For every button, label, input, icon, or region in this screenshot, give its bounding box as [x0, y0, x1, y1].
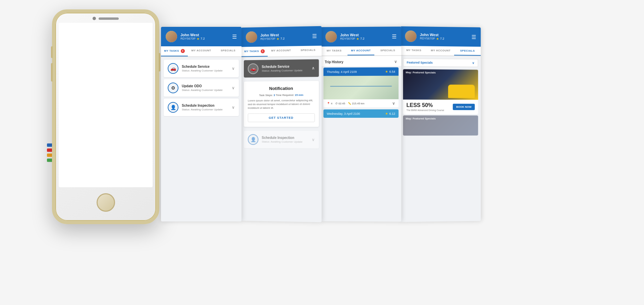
phone-body: [52, 9, 159, 224]
chevron-icon-2: ∨: [232, 86, 235, 90]
trip-rating-1: ★ 6.54: [385, 70, 395, 73]
tab-specials-2[interactable]: SPECIALS: [294, 46, 322, 56]
user-rating-2: RDY5670P ★ 7.2: [260, 36, 309, 41]
star-icon-3: ★: [356, 37, 359, 41]
trip-map-1: [323, 76, 398, 100]
avatar: [166, 31, 177, 42]
trip-expand-icon[interactable]: ∨: [392, 101, 395, 106]
task-status-inspection: Status: Awaiting Customer Update: [182, 108, 228, 111]
special-card-2[interactable]: May: Featured Specials: [403, 115, 478, 136]
get-started-button[interactable]: GET STARTED: [248, 113, 315, 122]
tab-my-tasks-2[interactable]: MY TASKS 3: [241, 47, 268, 57]
user-info-2: John West RDY5670P ★ 7.2: [260, 32, 309, 41]
panel-specials: John West RDY5670P ★ 7.2 ☰ MY TASKS MY A…: [400, 26, 481, 222]
trip-item-1[interactable]: Thursday, 4 April 2109 ★ 6.54 📍 4 ⏱ 02:4…: [323, 67, 398, 108]
menu-icon-3[interactable]: ☰: [392, 33, 396, 40]
menu-icon[interactable]: ☰: [232, 34, 237, 40]
chevron-icon-3: ∨: [232, 105, 235, 110]
rating-value-4: 7.2: [440, 37, 444, 40]
task-title-expanded: Schedule Service: [262, 64, 308, 69]
task-status-expanded: Status: Awaiting Customer Update: [262, 69, 308, 72]
panel-header-3: John West RDY5670P ★ 7.2 ☰: [321, 27, 401, 46]
task-info-inspection: Schedule Inspection Status: Awaiting Cus…: [182, 104, 228, 111]
rating-value: 7.2: [201, 37, 205, 40]
trip-rating-value-1: 6.54: [389, 70, 395, 73]
task-card-schedule-inspection[interactable]: 👤 Schedule Inspection Status: Awaiting C…: [164, 99, 239, 116]
menu-icon-2[interactable]: ☰: [312, 33, 317, 39]
trip-item-2[interactable]: Wednesday, 3 April 2100 ★ 6.12: [323, 109, 398, 118]
menu-icon-4[interactable]: ☰: [472, 34, 476, 40]
special-content-1: LESS 50% The BMW Advanced Driving Course…: [403, 100, 478, 114]
phone-side-button-left-bottom: [51, 63, 53, 82]
rating-value-3: 7.2: [360, 37, 365, 40]
task-title-odo: Update ODO: [182, 84, 228, 88]
panel-notification: John West RDY5670P ★ 7.2 ☰ MY TASKS 3 MY…: [241, 26, 322, 222]
tab-specials-3[interactable]: SPECIALS: [374, 46, 401, 55]
phone-camera: [93, 17, 96, 20]
special-image-2: May: Featured Specials: [403, 115, 478, 136]
special-card-1[interactable]: May: Featured Specials LESS 50% The BMW …: [403, 69, 478, 114]
car-shape: [448, 85, 475, 98]
trip-rating-2: ★ 6.12: [385, 112, 395, 115]
task-card-expanded[interactable]: 🚗 Schedule Service Status: Awaiting Cust…: [244, 59, 319, 78]
tab-my-tasks-3[interactable]: MY TASKS: [321, 46, 347, 55]
tab-my-account-4[interactable]: MY ACCOUNT: [427, 46, 454, 56]
task-status-service: Status: Awaiting Customer Update: [182, 69, 228, 72]
avatar-image-3: [325, 31, 337, 42]
user-name-3: John West: [340, 33, 388, 37]
user-plate-3: RDY5670P: [340, 37, 355, 40]
trip-date-2: Wednesday, 3 April 2100: [327, 112, 360, 115]
tab-my-tasks-4[interactable]: MY TASKS: [400, 46, 427, 55]
task-card-schedule-service[interactable]: 🚗 Schedule Service Status: Awaiting Cust…: [164, 60, 239, 77]
trip-stat-km: 📏 215.45 km: [348, 102, 365, 105]
tab-my-account-3[interactable]: MY ACCOUNT: [347, 46, 374, 55]
trip-history-header: Trip History ∨: [321, 56, 401, 66]
task-card-inspection-faded[interactable]: 👤 Schedule Inspection Status: Awaiting C…: [244, 131, 319, 148]
user-info-4: John West RDY5670P ★ 7.2: [420, 33, 468, 41]
star-icon: ★: [197, 37, 200, 41]
trip-star-1: ★: [385, 70, 388, 73]
task-title-service: Schedule Service: [182, 65, 228, 68]
task-icon-inspection: 👤: [168, 102, 178, 113]
user-info-3: John West RDY5670P ★ 7.2: [340, 33, 388, 41]
task-icon-odo: ⚙: [168, 83, 178, 93]
special-image-1: May: Featured Specials: [403, 69, 478, 100]
tab-my-account[interactable]: MY ACCOUNT: [188, 46, 215, 56]
task-icon-inspection-faded: 👤: [248, 134, 259, 145]
trip-stat-time: ⏱ 02:45: [335, 102, 345, 105]
tab-specials-4[interactable]: SPECIALS: [454, 46, 481, 56]
task-card-update-odo[interactable]: ⚙ Update ODO Status: Awaiting Customer U…: [164, 79, 239, 97]
user-plate-4: RDY5670P: [420, 37, 435, 40]
user-rating-3: RDY5670P ★ 7.2: [340, 37, 388, 41]
panel-tasks: John West RDY5670P ★ 7.2 ☰ MY TASKS 3 MY…: [161, 27, 241, 221]
panel-2-bottom: 👤 Schedule Inspection Status: Awaiting C…: [241, 128, 322, 151]
panel-tabs-3: MY TASKS MY ACCOUNT SPECIALS: [321, 46, 401, 56]
panel-header-4: John West RDY5670P ★ 7.2 ☰: [400, 26, 481, 47]
special-info-1: LESS 50% The BMW Advanced Driving Course: [407, 102, 444, 111]
panel-tabs-2: MY TASKS 3 MY ACCOUNT SPECIALS: [241, 46, 322, 57]
tab-my-account-2[interactable]: MY ACCOUNT: [268, 46, 294, 56]
avatar-image: [166, 31, 177, 42]
phone-home-button[interactable]: [97, 193, 115, 212]
trip-history-chevron[interactable]: ∨: [394, 59, 397, 64]
user-name-4: John West: [420, 33, 468, 37]
trip-map-line: [330, 86, 392, 87]
trip-stat-stops: 📍 4: [327, 102, 332, 105]
avatar-3: [325, 31, 337, 42]
user-plate-2: RDY5670P: [260, 37, 275, 41]
notification-block: Notification Task Steps: 3 Time Required…: [244, 81, 319, 127]
task-title-inspection-faded: Schedule Inspection: [262, 136, 308, 139]
trip-stats-1: 📍 4 ⏱ 02:45 📏 215.45 km ∨: [323, 99, 398, 107]
featured-specials-dropdown[interactable]: Featured Specials ∨: [403, 58, 478, 67]
special-discount: LESS 50%: [407, 102, 444, 108]
user-plate: RDY5670P: [180, 37, 196, 40]
tab-specials[interactable]: SPECIALS: [215, 46, 241, 56]
book-now-button[interactable]: BOOK NOW: [453, 104, 475, 110]
panel-header-1: John West RDY5670P ★ 7.2 ☰: [161, 27, 241, 46]
panel-tabs-4: MY TASKS MY ACCOUNT SPECIALS: [400, 46, 481, 56]
trip-rating-value-2: 6.12: [389, 112, 395, 115]
chevron-icon: ∨: [232, 66, 235, 71]
tab-my-tasks[interactable]: MY TASKS 3: [161, 46, 188, 56]
chevron-faded: ∨: [312, 137, 315, 142]
phone-mockup: [52, 9, 159, 224]
